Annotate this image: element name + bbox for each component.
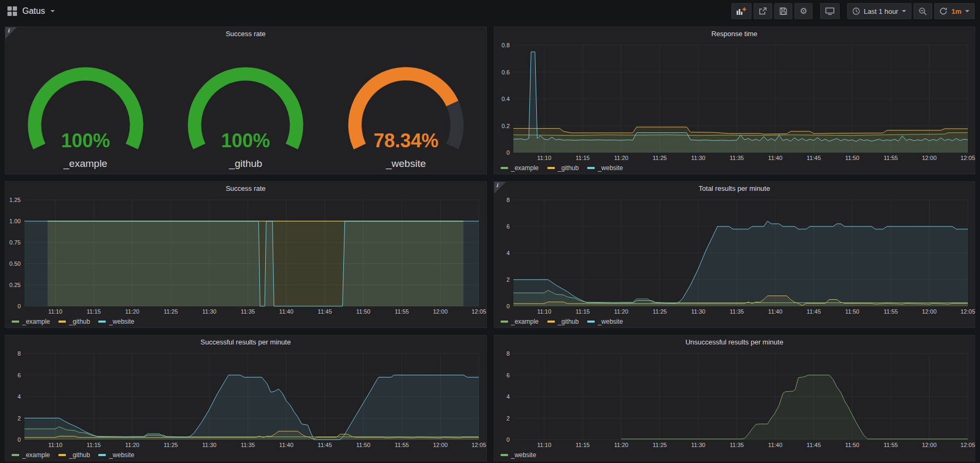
legend-item-_website[interactable]: _website <box>587 164 623 172</box>
svg-text:11:20: 11:20 <box>125 308 140 315</box>
svg-text:11:20: 11:20 <box>614 155 628 161</box>
svg-text:11:45: 11:45 <box>318 308 332 315</box>
legend-label: _github <box>558 164 579 172</box>
apps-grid-icon[interactable] <box>7 6 17 16</box>
svg-text:11:55: 11:55 <box>395 308 409 315</box>
svg-text:11:40: 11:40 <box>279 308 293 315</box>
unsuccessful-results-chart[interactable]: 0246811:1011:1511:2011:2511:3011:3511:40… <box>494 349 975 449</box>
legend-label: _website <box>598 164 623 172</box>
svg-text:0.8: 0.8 <box>501 42 509 48</box>
successful-results-chart[interactable]: 0246811:1011:1511:2011:2511:3011:3511:40… <box>5 349 486 449</box>
legend-swatch <box>587 321 595 323</box>
refresh-button[interactable]: 1m <box>934 3 975 19</box>
svg-text:11:45: 11:45 <box>318 442 332 448</box>
gauge-row: 100%_example100%_github78.34%_website <box>5 41 486 174</box>
svg-text:6: 6 <box>506 372 509 378</box>
svg-text:1.25: 1.25 <box>10 197 21 203</box>
legend-item-_github[interactable]: _github <box>58 318 90 325</box>
svg-text:11:30: 11:30 <box>691 442 705 448</box>
legend-item-_github[interactable]: _github <box>547 164 579 172</box>
legend-swatch <box>98 454 106 456</box>
svg-text:11:15: 11:15 <box>576 442 590 448</box>
time-range-label: Last 1 hour <box>864 7 898 15</box>
svg-text:12:05: 12:05 <box>471 308 486 315</box>
svg-text:11:55: 11:55 <box>883 308 898 315</box>
add-panel-button[interactable] <box>731 3 751 19</box>
panel-response-time: Response time 00.20.40.60.811:1011:1511:… <box>494 27 976 174</box>
svg-text:12:05: 12:05 <box>960 308 975 315</box>
svg-text:11:55: 11:55 <box>883 442 898 448</box>
time-range-button[interactable]: Last 1 hour <box>847 3 911 19</box>
legend-item-_website[interactable]: _website <box>98 451 134 459</box>
response-time-chart[interactable]: 00.20.40.60.811:1011:1511:2011:2511:3011… <box>494 41 975 162</box>
svg-text:11:50: 11:50 <box>845 155 859 161</box>
legend-swatch <box>12 321 19 323</box>
dashboard-title[interactable]: Gatus <box>22 6 45 16</box>
svg-text:4: 4 <box>506 250 509 256</box>
chart-legend: _example_github_website <box>5 316 486 327</box>
svg-text:11:20: 11:20 <box>614 442 628 448</box>
info-icon[interactable]: i <box>5 27 17 39</box>
svg-text:11:30: 11:30 <box>691 155 705 161</box>
panel-title[interactable]: Success rate <box>5 27 486 41</box>
svg-text:11:35: 11:35 <box>241 308 255 315</box>
legend-label: _github <box>69 451 90 459</box>
floppy-disk-icon <box>780 7 787 15</box>
panel-title[interactable]: Successful results per minute <box>5 335 486 349</box>
legend-item-_example[interactable]: _example <box>501 318 539 325</box>
legend-item-_website[interactable]: _website <box>98 318 134 325</box>
svg-text:11:10: 11:10 <box>537 155 551 161</box>
svg-text:11:15: 11:15 <box>576 308 590 315</box>
panel-successful-results: Successful results per minute 0246811:10… <box>5 335 487 461</box>
chevron-down-icon <box>902 10 906 12</box>
svg-text:11:25: 11:25 <box>652 442 666 448</box>
legend-item-_github[interactable]: _github <box>547 318 579 325</box>
legend-swatch <box>98 321 106 323</box>
svg-text:11:30: 11:30 <box>202 308 216 315</box>
total-results-chart[interactable]: 0246811:1011:1511:2011:2511:3011:3511:40… <box>494 196 975 316</box>
panel-title[interactable]: Unsuccessful results per minute <box>494 335 975 349</box>
legend-item-_website[interactable]: _website <box>587 318 623 325</box>
dashboard-grid: i Success rate 100%_example100%_github78… <box>0 22 980 461</box>
legend-item-_example[interactable]: _example <box>12 451 50 459</box>
svg-text:11:35: 11:35 <box>241 442 255 448</box>
panel-total-results: i Total results per minute 0246811:1011:… <box>494 181 976 328</box>
gear-icon: ⚙ <box>800 7 807 15</box>
gauge-_website: 78.34%_website <box>326 65 486 174</box>
svg-text:11:25: 11:25 <box>652 155 666 161</box>
chevron-down-icon[interactable] <box>50 10 55 12</box>
svg-text:6: 6 <box>18 372 21 378</box>
chevron-down-icon <box>965 10 969 12</box>
legend-item-_example[interactable]: _example <box>501 164 539 172</box>
svg-text:1.00: 1.00 <box>10 218 21 224</box>
zoom-out-button[interactable] <box>914 3 932 19</box>
legend-label: _example <box>22 451 50 459</box>
gauge-value: 100% <box>61 130 110 151</box>
legend-swatch <box>12 454 19 456</box>
svg-text:12:05: 12:05 <box>960 155 975 161</box>
share-button[interactable] <box>754 3 772 19</box>
svg-text:0: 0 <box>18 303 21 309</box>
panel-unsuccessful-results: Unsuccessful results per minute 0246811:… <box>494 335 976 461</box>
panel-title[interactable]: Response time <box>494 27 975 41</box>
settings-button[interactable]: ⚙ <box>795 3 813 19</box>
legend-label: _website <box>598 318 623 325</box>
svg-text:11:35: 11:35 <box>729 308 744 315</box>
panel-title[interactable]: Total results per minute <box>494 182 975 196</box>
clock-icon <box>852 7 860 15</box>
tv-mode-button[interactable] <box>820 3 840 19</box>
legend-item-_github[interactable]: _github <box>58 451 90 459</box>
gauge-arc: 100% <box>9 65 163 157</box>
svg-text:11:50: 11:50 <box>845 442 859 448</box>
info-icon[interactable]: i <box>494 182 506 193</box>
gauge-arc: 100% <box>168 65 323 157</box>
svg-text:11:35: 11:35 <box>729 155 744 161</box>
svg-text:11:10: 11:10 <box>537 308 551 315</box>
save-button[interactable] <box>774 3 792 19</box>
legend-item-_example[interactable]: _example <box>12 318 50 325</box>
success-rate-chart[interactable]: 00.250.500.751.001.2511:1011:1511:2011:2… <box>5 196 486 316</box>
legend-item-_website[interactable]: _website <box>501 451 536 459</box>
svg-text:0.2: 0.2 <box>501 123 509 129</box>
panel-title[interactable]: Success rate <box>5 182 486 196</box>
svg-text:11:45: 11:45 <box>806 308 821 315</box>
